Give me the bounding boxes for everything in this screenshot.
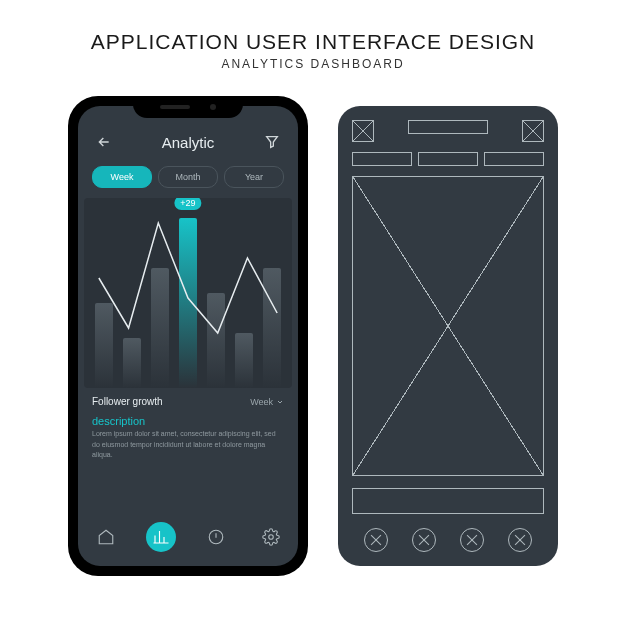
wireframe-nav-item: [364, 528, 388, 552]
tab-month[interactable]: Month: [158, 166, 218, 188]
screen-title: Analytic: [162, 134, 215, 151]
phone-notch: [133, 96, 243, 118]
wireframe-section-placeholder: [352, 488, 544, 514]
growth-chart: +29: [84, 198, 292, 388]
page-subtitle: ANALYTICS DASHBOARD: [0, 57, 626, 71]
svg-point-1: [268, 535, 273, 540]
phone-mockup: Analytic Week Month Year +29 Follower gr…: [68, 96, 308, 576]
period-tabs: Week Month Year: [78, 160, 298, 198]
chart-icon: [152, 528, 170, 546]
chart-line: [99, 223, 277, 333]
description-body: Lorem ipsum dolor sit amet, consectetur …: [78, 429, 298, 469]
nav-settings[interactable]: [256, 522, 286, 552]
nav-analytics[interactable]: [146, 522, 176, 552]
app-screen: Analytic Week Month Year +29 Follower gr…: [78, 106, 298, 566]
wireframe-tab-placeholder: [418, 152, 478, 166]
tab-week[interactable]: Week: [92, 166, 152, 188]
wireframe-back-placeholder: [352, 120, 374, 142]
wireframe-title-placeholder: [408, 120, 488, 134]
home-icon: [97, 528, 115, 546]
filter-icon[interactable]: [262, 132, 282, 152]
tab-year[interactable]: Year: [224, 166, 284, 188]
wireframe-action-placeholder: [522, 120, 544, 142]
nav-alerts[interactable]: [201, 522, 231, 552]
description-heading: description: [78, 411, 298, 429]
wireframe-nav-item: [508, 528, 532, 552]
section-title: Follower growth: [92, 396, 163, 407]
section-header: Follower growth Week: [78, 388, 298, 411]
wireframe-nav: [352, 528, 544, 552]
wireframe-chart-placeholder: [352, 176, 544, 476]
wireframe-tab-placeholder: [484, 152, 544, 166]
section-filter-label: Week: [250, 397, 273, 407]
wireframe-tab-placeholder: [352, 152, 412, 166]
back-button[interactable]: [94, 132, 114, 152]
bottom-nav: [78, 512, 298, 566]
nav-home[interactable]: [91, 522, 121, 552]
gear-icon: [262, 528, 280, 546]
wireframe-tabs: [352, 152, 544, 166]
page-title: APPLICATION USER INTERFACE DESIGN: [0, 30, 626, 54]
wireframe-nav-item: [460, 528, 484, 552]
wireframe-nav-item: [412, 528, 436, 552]
alert-icon: [207, 528, 225, 546]
wireframe-panel: [338, 106, 558, 566]
section-filter[interactable]: Week: [250, 397, 284, 407]
wireframe-header: [352, 120, 544, 142]
chevron-down-icon: [276, 398, 284, 406]
